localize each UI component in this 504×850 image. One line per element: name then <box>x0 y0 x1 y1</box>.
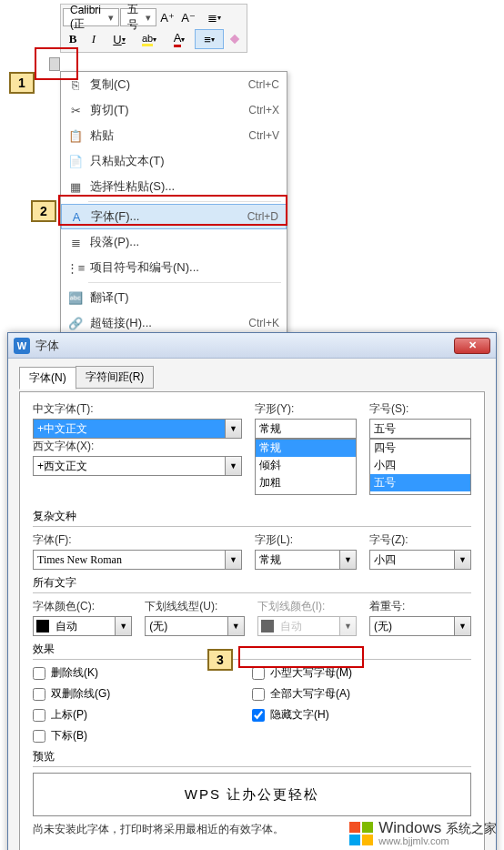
font-color-button[interactable]: A▾ <box>165 29 194 49</box>
chk-allcaps[interactable]: 全部大写字母(A) <box>252 686 471 702</box>
page-break-indicator <box>49 57 60 71</box>
complex-font-label: 字体(F): <box>33 532 242 548</box>
list-icon: ⋮≡ <box>66 261 85 275</box>
scissors-icon: ✂ <box>66 104 85 117</box>
complex-title: 复杂文种 <box>33 509 471 524</box>
underline-button[interactable]: U▾ <box>105 29 134 49</box>
underline-color-label: 下划线颜色(I): <box>257 599 357 614</box>
menu-label: 选择性粘贴(S)... <box>85 178 279 195</box>
complex-size-label: 字号(Z): <box>369 532 471 548</box>
chk-smallcaps[interactable]: 小型大写字母(M) <box>252 665 471 681</box>
cn-font-value: +中文正文 <box>34 420 225 438</box>
menu-shortcut: Ctrl+V <box>248 129 279 142</box>
paragraph-icon: ≣ <box>66 236 85 249</box>
emphasis-value: (无) <box>370 617 454 635</box>
complex-font-value: Times New Roman <box>34 551 225 569</box>
color-combo[interactable]: 自动▼ <box>33 616 132 636</box>
italic-button[interactable]: I <box>84 29 104 49</box>
copy-icon: ⎘ <box>66 78 85 92</box>
menu-separator <box>88 282 281 283</box>
chk-label: 双删除线(G) <box>51 686 110 702</box>
chevron-down-icon: ▾ <box>144 12 153 24</box>
format-painter-button[interactable] <box>225 29 245 49</box>
chevron-down-icon: ▼ <box>225 420 241 438</box>
style-value: 常规 <box>256 420 356 438</box>
underline-style-value: (无) <box>146 617 227 635</box>
menu-shortcut: Ctrl+K <box>248 317 279 329</box>
style-input[interactable]: 常规 <box>255 419 357 439</box>
watermark-brand: Windows <box>378 819 441 836</box>
font-size-combo[interactable]: 五号▾ <box>120 8 156 26</box>
menu-label: 项目符号和编号(N)... <box>85 259 279 276</box>
clipboard-icon: 📋 <box>66 129 85 143</box>
align-button[interactable]: ≡▾ <box>195 29 224 49</box>
chk-dstrike[interactable]: 双删除线(G) <box>33 686 252 702</box>
bold-button[interactable]: B <box>63 29 83 49</box>
menu-translate[interactable]: 🔤翻译(T) <box>61 285 287 310</box>
decrease-font-button[interactable]: A⁻ <box>178 7 198 27</box>
chevron-down-icon: ▾ <box>106 12 116 24</box>
chk-hidden[interactable]: 隐藏文字(H) <box>252 707 471 723</box>
menu-paragraph[interactable]: ≣段落(P)... <box>61 229 287 255</box>
close-button[interactable]: ✕ <box>454 338 490 354</box>
chk-label: 删除线(K) <box>51 665 98 681</box>
size-input[interactable]: 五号 <box>369 419 471 439</box>
menu-font[interactable]: A字体(F)...Ctrl+D <box>61 204 287 229</box>
translate-icon: 🔤 <box>66 291 85 305</box>
menu-cut[interactable]: ✂剪切(T)Ctrl+X <box>61 97 287 123</box>
menu-label: 翻译(T) <box>85 289 279 306</box>
font-dialog: W 字体 ✕ 字体(N) 字符间距(R) 中文字体(T): +中文正文▼ 字形(… <box>7 332 497 850</box>
allfont-title: 所有文字 <box>33 575 471 591</box>
menu-paste-special[interactable]: ▦选择性粘贴(S)... <box>61 174 287 199</box>
link-icon: 🔗 <box>66 317 85 330</box>
step-marker-3: 3 <box>207 649 233 671</box>
preview-title: 预览 <box>33 749 471 764</box>
list-item[interactable]: 加粗 <box>256 474 356 491</box>
complex-style-combo[interactable]: 常规▼ <box>255 550 357 570</box>
menu-paste[interactable]: 📋粘贴Ctrl+V <box>61 123 287 148</box>
tab-font[interactable]: 字体(N) <box>19 367 76 390</box>
preview-box: WPS 让办公更轻松 <box>33 773 471 816</box>
line-spacing-button[interactable]: ≣▾ <box>199 7 228 27</box>
menu-label: 超链接(H)... <box>85 315 248 331</box>
cn-font-combo[interactable]: +中文正文▼ <box>33 419 242 439</box>
font-name-combo[interactable]: Calibri (正▾ <box>63 8 119 26</box>
dialog-title: 字体 <box>35 338 59 354</box>
step-marker-2: 2 <box>31 200 56 222</box>
chk-super[interactable]: 上标(P) <box>33 707 252 723</box>
increase-font-button[interactable]: A⁺ <box>157 7 177 27</box>
underline-style-label: 下划线线型(U): <box>145 599 244 614</box>
menu-separator <box>88 201 281 202</box>
chk-label: 下标(B) <box>51 728 87 744</box>
west-font-combo[interactable]: +西文正文▼ <box>33 456 242 476</box>
menu-copy[interactable]: ⎘复制(C)Ctrl+C <box>61 72 287 97</box>
cn-font-label: 中文字体(T): <box>33 401 242 417</box>
font-name-value: Calibri (正 <box>66 4 106 32</box>
tab-spacing[interactable]: 字符间距(R) <box>76 366 155 389</box>
chk-label: 全部大写字母(A) <box>270 686 350 702</box>
underline-color-value: 自动 <box>277 617 339 635</box>
menu-label: 段落(P)... <box>85 234 279 250</box>
menu-label: 字体(F)... <box>86 208 247 225</box>
size-label: 字号(S): <box>369 401 471 417</box>
highlight-button[interactable]: ab▾ <box>135 29 164 49</box>
font-icon: A <box>67 210 86 224</box>
emphasis-combo[interactable]: (无)▼ <box>369 616 471 636</box>
color-label: 字体颜色(C): <box>33 599 132 614</box>
complex-font-combo[interactable]: Times New Roman▼ <box>33 550 242 570</box>
list-item[interactable]: 五号 <box>370 474 470 491</box>
app-icon: W <box>14 338 30 354</box>
complex-size-combo[interactable]: 小四▼ <box>369 550 471 570</box>
underline-color-combo: 自动▼ <box>257 616 357 636</box>
chevron-down-icon: ▼ <box>339 551 356 569</box>
paste-special-icon: ▦ <box>66 180 85 194</box>
chk-sub[interactable]: 下标(B) <box>33 728 252 744</box>
underline-style-combo[interactable]: (无)▼ <box>145 616 244 636</box>
chk-label: 上标(P) <box>51 707 87 723</box>
west-font-value: +西文正文 <box>34 457 225 475</box>
complex-style-label: 字形(L): <box>255 532 357 548</box>
menu-label: 只粘贴文本(T) <box>85 153 279 169</box>
menu-paste-text[interactable]: 📄只粘贴文本(T) <box>61 148 287 174</box>
style-label: 字形(Y): <box>255 401 357 417</box>
menu-bullets[interactable]: ⋮≡项目符号和编号(N)... <box>61 255 287 280</box>
